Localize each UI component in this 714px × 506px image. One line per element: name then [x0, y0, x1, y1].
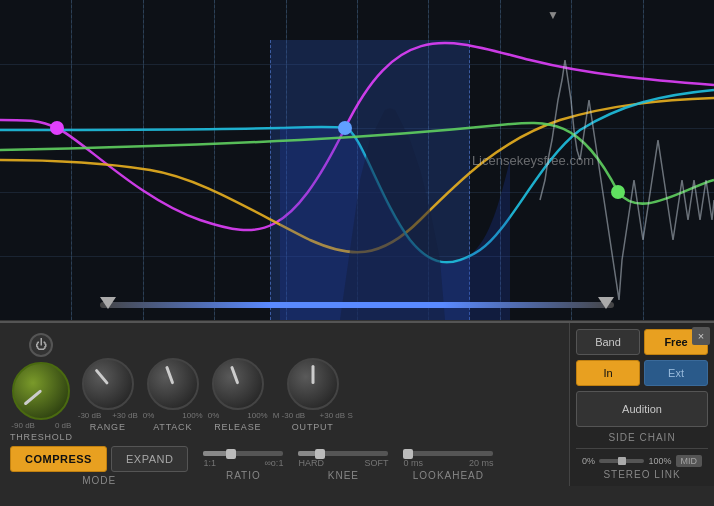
range-min: -30 dB [78, 411, 102, 420]
watermark: Licensekeysfree.com [472, 153, 594, 168]
range-range: -30 dB +30 dB [78, 411, 138, 420]
lookahead-label: LOOKAHEAD [413, 470, 484, 481]
stereo-pct-min: 0% [582, 456, 595, 466]
ratio-range: 1:1 ∞o:1 [203, 458, 283, 468]
release-label: RELEASE [214, 422, 261, 432]
dropdown-arrow-icon[interactable]: ▼ [547, 8, 559, 22]
gain-reduction-bar[interactable] [100, 302, 614, 308]
knobs-section: ⏻ -90 dB 0 dB THRESHOLD [0, 323, 569, 442]
main-bottom: ⏻ -90 dB 0 dB THRESHOLD [0, 323, 714, 486]
right-panel: × Band Free In Ext Audition SIDE CHAIN 0… [569, 323, 714, 486]
compress-button[interactable]: COMPRESS [10, 446, 107, 472]
power-button[interactable]: ⏻ [29, 333, 53, 357]
lookahead-slider[interactable] [403, 451, 493, 456]
range-knob-block: -30 dB +30 dB RANGE [78, 328, 138, 432]
range-knob[interactable] [82, 358, 134, 410]
knee-control-point[interactable] [338, 121, 352, 135]
lookahead-max: 20 ms [469, 458, 494, 468]
attack-min: 0% [143, 411, 155, 420]
lookahead-slider-group: 0 ms 20 ms LOOKAHEAD [403, 451, 493, 481]
attack-label: ATTACK [153, 422, 192, 432]
stereo-mid-badge: MID [676, 455, 703, 467]
threshold-min: -90 dB [11, 421, 35, 430]
side-chain-label: SIDE CHAIN [576, 432, 708, 443]
release-knob-block: 0% 100% RELEASE [208, 328, 268, 432]
mode-label: MODE [82, 475, 116, 486]
knee-slider[interactable] [298, 451, 388, 456]
stereo-link-section: 0% 100% MID [576, 453, 708, 469]
threshold-range: -90 dB 0 dB [11, 421, 71, 430]
lookahead-min: 0 ms [403, 458, 423, 468]
lookahead-range: 0 ms 20 ms [403, 458, 493, 468]
gr-handle-left-icon[interactable] [100, 297, 116, 309]
power-section: ⏻ -90 dB 0 dB THRESHOLD [10, 333, 73, 442]
stereo-pct-max: 100% [648, 456, 671, 466]
control-panel: ⏻ -90 dB 0 dB THRESHOLD [0, 321, 714, 506]
threshold-knob-block: -90 dB 0 dB THRESHOLD [10, 362, 73, 442]
ratio-slider[interactable] [203, 451, 283, 456]
band-free-row: Band Free [576, 329, 708, 355]
ratio-slider-group: 1:1 ∞o:1 RATIO [203, 451, 283, 481]
threshold-knob[interactable] [12, 362, 70, 420]
stereo-link-label: STEREO LINK [576, 469, 708, 480]
ext-button[interactable]: Ext [644, 360, 708, 386]
band-button[interactable]: Band [576, 329, 640, 355]
attack-knob-block: 0% 100% ATTACK [143, 328, 203, 432]
range-max: +30 dB [112, 411, 138, 420]
output-max: +30 dB S [320, 411, 353, 420]
threshold-control-point[interactable] [50, 121, 64, 135]
left-section: ⏻ -90 dB 0 dB THRESHOLD [0, 323, 569, 486]
in-button[interactable]: In [576, 360, 640, 386]
knee-slider-group: HARD SOFT KNEE [298, 451, 388, 481]
audition-button[interactable]: Audition [576, 391, 708, 427]
output-knob-block: M -30 dB +30 dB S OUTPUT [273, 328, 353, 432]
output-knob[interactable] [287, 358, 339, 410]
stereo-slider-thumb[interactable] [618, 457, 626, 465]
display-area: Licensekeysfree.com ▼ [0, 0, 714, 321]
knee-hard: HARD [298, 458, 324, 468]
ratio-min: 1:1 [203, 458, 216, 468]
output-min: M -30 dB [273, 411, 305, 420]
expand-button[interactable]: EXPAND [111, 446, 188, 472]
knee-range: HARD SOFT [298, 458, 388, 468]
release-range: 0% 100% [208, 411, 268, 420]
attack-range: 0% 100% [143, 411, 203, 420]
threshold-label: THRESHOLD [10, 432, 73, 442]
ratio-label: RATIO [226, 470, 261, 481]
close-button[interactable]: × [692, 327, 710, 345]
output-range: M -30 dB +30 dB S [273, 411, 353, 420]
compression-region [270, 40, 470, 320]
release-min: 0% [208, 411, 220, 420]
attack-knob[interactable] [147, 358, 199, 410]
output-control-point[interactable] [611, 185, 625, 199]
in-ext-row: In Ext [576, 360, 708, 386]
gr-handle-right-icon[interactable] [598, 297, 614, 309]
threshold-max: 0 dB [55, 421, 71, 430]
knee-soft: SOFT [364, 458, 388, 468]
release-knob[interactable] [212, 358, 264, 410]
output-label: OUTPUT [292, 422, 334, 432]
range-label: RANGE [90, 422, 126, 432]
ratio-max: ∞o:1 [264, 458, 283, 468]
release-max: 100% [247, 411, 267, 420]
attack-max: 100% [182, 411, 202, 420]
knee-label: KNEE [328, 470, 359, 481]
